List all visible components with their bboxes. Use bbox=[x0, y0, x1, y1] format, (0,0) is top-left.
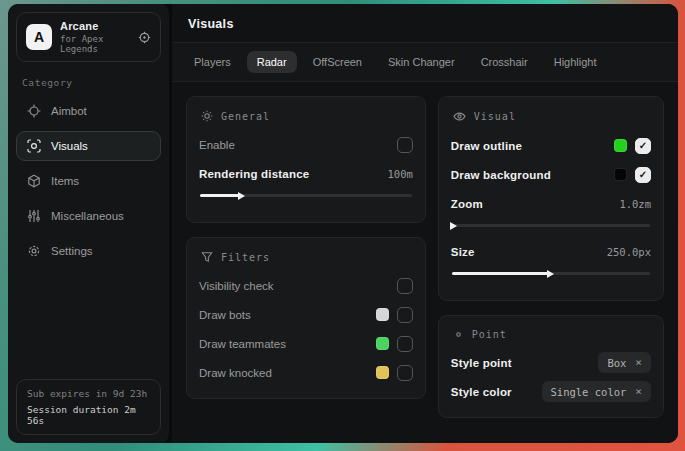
style-point-label: Style point bbox=[451, 357, 512, 369]
visibility-check-checkbox[interactable] bbox=[397, 278, 413, 294]
category-label: Category bbox=[22, 77, 155, 88]
color-swatch[interactable] bbox=[614, 168, 627, 181]
crosshair-icon bbox=[27, 104, 41, 118]
draw-teammates-label: Draw teammates bbox=[199, 338, 286, 350]
general-panel-title: General bbox=[221, 111, 270, 122]
style-color-row: Style color Single color × bbox=[451, 379, 651, 404]
funnel-icon bbox=[201, 251, 213, 263]
color-swatch[interactable] bbox=[614, 139, 627, 152]
sidebar-item-settings[interactable]: Settings bbox=[16, 236, 161, 266]
tab-highlight[interactable]: Highlight bbox=[544, 51, 607, 73]
scan-eye-icon bbox=[27, 139, 41, 153]
slider-thumb[interactable] bbox=[547, 270, 554, 278]
sidebar-item-items[interactable]: Items bbox=[16, 166, 161, 196]
size-value: 250.0px bbox=[607, 246, 651, 258]
chip-remove-icon[interactable]: × bbox=[635, 356, 642, 369]
style-point-row: Style point Box × bbox=[451, 350, 651, 375]
profile-text: Arcane for Apex Legends bbox=[60, 20, 130, 54]
visual-panel-header: Visual bbox=[453, 110, 649, 123]
style-color-label: Style color bbox=[451, 386, 512, 398]
rendering-distance-row: Rendering distance 100m bbox=[199, 161, 413, 186]
enable-label: Enable bbox=[199, 139, 235, 151]
session-card: Sub expires in 9d 23h Session duration 2… bbox=[16, 379, 161, 435]
app-logo: A bbox=[26, 24, 52, 50]
style-color-chip[interactable]: Single color × bbox=[542, 381, 651, 402]
sidebar-item-aimbot[interactable]: Aimbot bbox=[16, 96, 161, 126]
tab-crosshair[interactable]: Crosshair bbox=[471, 51, 538, 73]
general-panel: General Enable Rendering distance 100m bbox=[186, 96, 426, 223]
draw-teammates-row: Draw teammates bbox=[199, 331, 413, 356]
app-window: A Arcane for Apex Legends Category bbox=[8, 4, 678, 443]
sliders-icon bbox=[27, 209, 41, 223]
chip-remove-icon[interactable]: × bbox=[635, 385, 642, 398]
draw-knocked-row: Draw knocked bbox=[199, 360, 413, 385]
sidebar-item-visuals[interactable]: Visuals bbox=[16, 131, 161, 161]
draw-background-row: Draw background ✓ bbox=[451, 162, 651, 187]
style-point-chip[interactable]: Box × bbox=[598, 352, 651, 373]
sidebar-item-label: Aimbot bbox=[51, 105, 87, 117]
sidebar: A Arcane for Apex Legends Category bbox=[8, 4, 172, 443]
chip-value: Box bbox=[607, 357, 626, 369]
session-duration-text: Session duration 2m 56s bbox=[27, 404, 150, 426]
sidebar-spacer bbox=[16, 266, 161, 379]
size-row: Size 250.0px bbox=[451, 239, 651, 264]
dot-icon bbox=[453, 329, 464, 340]
draw-bots-label: Draw bots bbox=[199, 309, 251, 321]
draw-bots-row: Draw bots bbox=[199, 302, 413, 327]
rendering-distance-value: 100m bbox=[387, 168, 412, 180]
tab-radar[interactable]: Radar bbox=[247, 51, 297, 73]
draw-teammates-checkbox[interactable] bbox=[397, 336, 413, 352]
size-label: Size bbox=[451, 246, 475, 258]
visibility-check-row: Visibility check bbox=[199, 273, 413, 298]
draw-knocked-checkbox[interactable] bbox=[397, 365, 413, 381]
cube-icon bbox=[27, 174, 41, 188]
point-panel-title: Point bbox=[472, 329, 507, 340]
rendering-distance-slider[interactable] bbox=[200, 191, 412, 200]
slider-thumb[interactable] bbox=[450, 222, 457, 230]
filters-panel: Filters Visibility check Draw bots bbox=[186, 237, 426, 399]
draw-outline-row: Draw outline ✓ bbox=[451, 133, 651, 158]
draw-outline-checkbox[interactable]: ✓ bbox=[635, 138, 651, 154]
enable-checkbox[interactable] bbox=[397, 137, 413, 153]
gear-icon bbox=[27, 244, 41, 258]
enable-row: Enable bbox=[199, 132, 413, 157]
tab-players[interactable]: Players bbox=[184, 51, 241, 73]
draw-background-checkbox[interactable]: ✓ bbox=[635, 167, 651, 183]
point-panel-header: Point bbox=[453, 329, 649, 340]
zoom-row: Zoom 1.0zm bbox=[451, 191, 651, 216]
color-swatch[interactable] bbox=[376, 337, 389, 350]
point-panel: Point Style point Box × Style color Sing… bbox=[438, 315, 664, 418]
tab-skin-changer[interactable]: Skin Changer bbox=[378, 51, 465, 73]
draw-knocked-label: Draw knocked bbox=[199, 367, 272, 379]
general-panel-header: General bbox=[201, 110, 411, 122]
filters-panel-title: Filters bbox=[221, 252, 270, 263]
profile-card: A Arcane for Apex Legends bbox=[16, 12, 161, 62]
draw-background-label: Draw background bbox=[451, 169, 551, 181]
visual-panel-title: Visual bbox=[474, 111, 516, 122]
app-subtitle: for Apex Legends bbox=[60, 34, 130, 54]
tab-offscreen[interactable]: OffScreen bbox=[303, 51, 372, 73]
color-swatch[interactable] bbox=[376, 366, 389, 379]
sidebar-item-miscellaneous[interactable]: Miscellaneous bbox=[16, 201, 161, 231]
sidebar-item-label: Miscellaneous bbox=[51, 210, 124, 222]
eye-icon bbox=[453, 110, 466, 123]
size-slider[interactable] bbox=[452, 269, 650, 278]
sub-expires-text: Sub expires in 9d 23h bbox=[27, 388, 150, 399]
filters-panel-header: Filters bbox=[201, 251, 411, 263]
slider-thumb[interactable] bbox=[238, 192, 245, 200]
sidebar-item-label: Items bbox=[51, 175, 79, 187]
visual-panel: Visual Draw outline ✓ Draw background bbox=[438, 96, 664, 301]
content: General Enable Rendering distance 100m bbox=[172, 82, 678, 443]
visibility-check-label: Visibility check bbox=[199, 280, 274, 292]
page-title: Visuals bbox=[188, 17, 662, 31]
color-swatch[interactable] bbox=[376, 308, 389, 321]
sidebar-item-label: Settings bbox=[51, 245, 93, 257]
zoom-slider[interactable] bbox=[452, 221, 650, 230]
target-icon[interactable] bbox=[138, 31, 151, 44]
draw-bots-checkbox[interactable] bbox=[397, 307, 413, 323]
sidebar-nav: Aimbot Visuals Items bbox=[16, 96, 161, 266]
main-header: Visuals bbox=[172, 4, 678, 43]
main-area: Visuals Players Radar OffScreen Skin Cha… bbox=[172, 4, 678, 443]
right-column: Visual Draw outline ✓ Draw background bbox=[438, 96, 664, 418]
chip-value: Single color bbox=[551, 386, 627, 398]
